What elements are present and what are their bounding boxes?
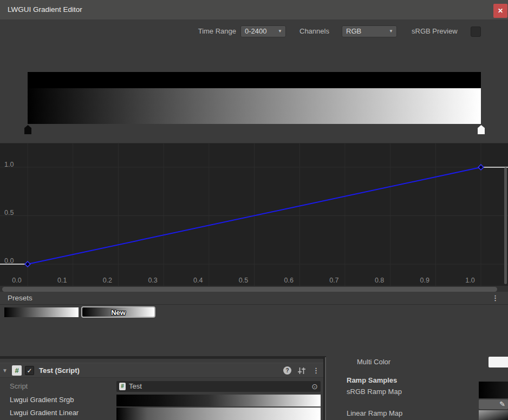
time-range-dropdown[interactable]: 0-2400 ▼	[240, 25, 286, 37]
gradient-editor-window: LWGUI Gradient Editor ✕ Time Range 0-240…	[0, 0, 508, 356]
time-range-value: 0-2400	[245, 27, 266, 35]
x-tick-label: 0.6	[278, 277, 299, 284]
x-tick-label: 0.9	[414, 277, 435, 284]
check-icon: ✓	[27, 367, 32, 375]
script-object-value: Test	[129, 381, 142, 392]
chevron-down-icon: ▼	[278, 26, 282, 37]
x-tick-label: 0.7	[323, 277, 345, 284]
curve-point[interactable]	[478, 165, 484, 170]
csharp-script-icon: #	[12, 365, 22, 376]
x-tick-label: 0.5	[233, 277, 255, 284]
presets-slider-icon[interactable]	[297, 366, 306, 375]
channels-dropdown[interactable]: RGB ▼	[342, 25, 397, 37]
horizontal-scrollbar[interactable]	[2, 287, 497, 292]
x-tick-label: 0.2	[96, 277, 118, 284]
srgb-ramp-map-thumbnail[interactable]	[479, 382, 508, 398]
preset-gradient-swatch[interactable]	[4, 307, 79, 317]
help-icon[interactable]: ?	[283, 366, 291, 375]
gradient-preview-top-strip[interactable]	[28, 72, 481, 88]
component-header[interactable]: ▼ # ✓ Test (Script) ? ⋮	[0, 363, 323, 378]
linear-gradient-swatch[interactable]	[116, 408, 321, 420]
srgb-gradient-swatch[interactable]	[116, 395, 321, 406]
component-title: Test (Script)	[39, 363, 80, 378]
x-tick-label: 0.3	[142, 277, 164, 284]
presets-header: Presets ⋮	[0, 292, 508, 305]
x-tick-label: 1.0	[459, 277, 481, 284]
linear-ramp-map-thumbnail[interactable]	[479, 410, 508, 420]
vertical-scrollbar[interactable]	[504, 167, 507, 284]
y-tick-label: 1.0	[4, 160, 14, 169]
script-object-field[interactable]: # Test ⊙	[116, 381, 321, 392]
multi-color-label: Multi Color	[357, 357, 390, 367]
curve-point[interactable]	[25, 261, 30, 267]
srgb-gradient-row-label: Lwgui Gradient Srgb	[10, 395, 74, 405]
kebab-menu-icon[interactable]: ⋮	[312, 363, 320, 378]
kebab-menu-icon[interactable]: ⋮	[492, 292, 499, 305]
presets-title: Presets	[8, 292, 32, 305]
foldout-arrow-icon[interactable]: ▼	[2, 368, 8, 373]
material-panel: Multi Color Ramp Samples sRGB Ramp Map ✎…	[326, 356, 508, 420]
window-titlebar: LWGUI Gradient Editor ✕	[0, 0, 508, 19]
preset-new-label: New	[111, 309, 126, 317]
linear-gradient-row-label: Lwgui Gradient Linear	[10, 408, 79, 418]
time-range-label: Time Range	[187, 25, 236, 37]
x-tick-label: 0.0	[6, 277, 28, 284]
inspector-panel: ▼ # ✓ Test (Script) ? ⋮ Script # Test ⊙ …	[0, 359, 323, 420]
script-row-label: Script	[10, 382, 28, 391]
screen: LWGUI Gradient Editor ✕ Time Range 0-240…	[0, 0, 508, 420]
pencil-icon: ✎	[499, 399, 505, 409]
curve-canvas[interactable]	[0, 143, 508, 286]
chevron-down-icon: ▼	[389, 26, 393, 37]
close-button[interactable]: ✕	[493, 4, 507, 18]
csharp-script-icon: #	[119, 383, 126, 390]
ramp-samples-header: Ramp Samples	[347, 376, 397, 385]
x-tick-label: 0.8	[369, 277, 390, 284]
gradient-preview-bar[interactable]	[28, 88, 481, 124]
channels-label: Channels	[299, 25, 338, 37]
y-tick-label: 0.0	[4, 257, 14, 265]
x-tick-label: 0.1	[51, 277, 73, 284]
object-picker-icon[interactable]: ⊙	[311, 381, 318, 392]
preset-new-button[interactable]: New	[81, 306, 155, 318]
curve-editor[interactable]: 1.0 0.5 0.0 0.0 0.1 0.2 0.3 0.4 0.5 0.6 …	[0, 143, 508, 292]
x-tick-label: 0.4	[187, 277, 209, 284]
srgb-ramp-map-label: sRGB Ramp Map	[347, 387, 402, 397]
srgb-preview-label: sRGB Preview	[412, 25, 466, 37]
y-tick-label: 0.5	[4, 208, 14, 217]
gradient-key-start[interactable]	[24, 125, 31, 134]
linear-ramp-map-label: Linear Ramp Map	[347, 409, 402, 418]
srgb-preview-checkbox[interactable]	[471, 27, 481, 37]
ramp-edit-button[interactable]: ✎	[479, 399, 508, 409]
window-title: LWGUI Gradient Editor	[8, 0, 82, 19]
gradient-key-end[interactable]	[478, 125, 485, 134]
component-enabled-checkbox[interactable]: ✓	[25, 366, 34, 375]
multi-color-swatch[interactable]	[489, 357, 508, 368]
close-icon: ✕	[498, 7, 503, 15]
channels-value: RGB	[346, 27, 361, 35]
